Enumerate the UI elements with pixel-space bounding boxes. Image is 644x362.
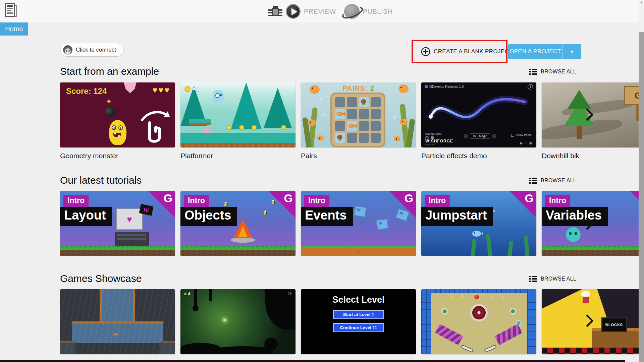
preview-label[interactable]: PREVIEW (304, 8, 336, 15)
coin-icon (184, 86, 191, 92)
card-platformer: ×3 Platformer (180, 82, 296, 160)
select-level-heading: Select Level (301, 295, 416, 305)
card-thumbnail-comet-combat[interactable]: Select Level Start at Level 1 Continue L… (301, 289, 416, 354)
bottom-window-edge (0, 360, 625, 362)
blocks-screen: BLOCKS (601, 317, 627, 332)
green-bumper (441, 308, 448, 315)
open-project-button[interactable]: OPEN A PROJECT ▼ (508, 44, 581, 59)
character-sprite (581, 291, 590, 297)
tab-home-label: Home (5, 25, 23, 33)
card-thumbnail-tutorial-jumpstart[interactable]: G Intro Jumpstart (421, 191, 536, 256)
connect-button[interactable]: Click to connect (60, 43, 124, 57)
scrollbar-thumb[interactable] (639, 32, 644, 362)
center-bumper (470, 304, 488, 321)
card-thumbnail-particle-effects[interactable]: GDevelop Particles 1.0 i Background ‹ 07… (421, 82, 536, 147)
avatar-icon (63, 45, 72, 55)
card-pinball: Pinball 2D (421, 289, 536, 362)
show-frame-checkbox: Show frame (511, 133, 532, 137)
gdevelop-logo: G (525, 192, 534, 205)
prev-arrow-icon: ‹ (464, 134, 468, 138)
particle-trail (421, 82, 536, 133)
editor-window: ♥ (116, 208, 143, 230)
card-particle-effects: GDevelop Particles 1.0 i Background ‹ 07… (421, 82, 536, 160)
card-geometry-monster: Score: 124 ♥♥♥ ✦ Geometry monster (60, 82, 175, 160)
pairs-counter: PAIRS: 2 (301, 84, 416, 93)
section-title-tutorials: Our latest tutorials (60, 175, 142, 186)
gdevelop-logo: G (405, 192, 413, 205)
intro-tag: Intro (63, 195, 89, 207)
scroll-up-arrow[interactable]: ▲ (639, 1, 644, 4)
list-icon (529, 69, 537, 75)
project-manager-icon[interactable] (5, 3, 18, 19)
card-thumbnail-oshi[interactable]: 4 ⟳ (180, 289, 296, 354)
gdevelop-logo: G (164, 192, 172, 205)
tutorial-name: Events (301, 207, 353, 226)
card-tutorial-jumpstart: G Intro Jumpstart (421, 191, 536, 256)
player-character (213, 90, 224, 103)
card-thumbnail-platformer[interactable]: ×3 (180, 82, 296, 147)
pentagon-shape (124, 82, 137, 93)
tutorials-next-chevron[interactable] (584, 216, 594, 232)
list-icon (529, 276, 537, 282)
top-bar: PREVIEW PUBLISH (0, 0, 644, 22)
browse-all-examples-button[interactable]: BROWSE ALL (529, 69, 576, 75)
card-title: Geometry monster (60, 152, 175, 160)
gdevelop-logo: G (284, 192, 293, 205)
card-thumbnail-pinball[interactable] (421, 289, 536, 354)
showcase-next-chevron[interactable] (584, 313, 594, 329)
tab-home[interactable]: Home (0, 22, 28, 36)
pinball-ball (474, 295, 479, 299)
publish-label[interactable]: PUBLISH (363, 8, 393, 15)
left-flipper (461, 345, 474, 353)
vertical-scrollbar[interactable]: ▲ (639, 0, 644, 362)
snail-tile (361, 99, 366, 104)
browse-all-showcase-button[interactable]: BROWSE ALL (529, 276, 576, 282)
main-toolbar: PREVIEW PUBLISH (268, 2, 393, 21)
intro-tag: Intro (545, 195, 570, 207)
card-thumbnail-tutorial-objects[interactable]: G Intro Objects (180, 191, 296, 256)
open-project-label[interactable]: OPEN A PROJECT (508, 44, 562, 59)
youtube-icon: ▶ (520, 141, 523, 145)
hearts-icons: ♥♥♥ (152, 85, 170, 95)
browse-all-tutorials-button[interactable]: BROWSE ALL (529, 178, 576, 184)
swipe-hand-icon (140, 108, 172, 145)
twitter-icon: t (526, 141, 527, 145)
card-thumbnail-tutorial-events[interactable]: G Intro Events (301, 191, 416, 256)
chevron-right-icon (584, 216, 594, 231)
list-icon (529, 178, 537, 184)
striped-lane (435, 324, 463, 345)
plus-circle-icon (421, 47, 430, 56)
gdevelop-home-page: PREVIEW PUBLISH Home Click to connect CR… (0, 0, 644, 362)
gdevelop-mini-logo (425, 85, 428, 88)
fish-sprite (472, 231, 481, 237)
chevron-right-icon (584, 107, 594, 122)
bomb-icon (105, 107, 115, 117)
open-project-dropdown[interactable]: ▼ (562, 44, 581, 59)
tutorial-name: Objects (180, 207, 237, 226)
preview-play-icon[interactable] (286, 4, 301, 19)
card-thumbnail-pairs[interactable]: PAIRS: 2 (301, 82, 416, 147)
card-thumbnail-lost-dog[interactable] (60, 289, 175, 354)
refresh-icon: ⟳ (288, 291, 292, 297)
card-thumbnail-geometry-monster[interactable]: Score: 124 ♥♥♥ ✦ (60, 82, 175, 147)
bee-sprite (224, 203, 228, 206)
intro-tag: Intro (304, 195, 329, 207)
card-title: Particle effects demo (421, 152, 536, 160)
gallery-icon: ▣ (529, 141, 532, 145)
score-text: Score: 124 (66, 86, 107, 96)
examples-next-chevron[interactable] (584, 107, 594, 123)
section-title-examples: Start from an example (60, 66, 159, 77)
tutorial-name: Variables (542, 207, 608, 226)
intro-tag: Intro (184, 195, 209, 207)
create-blank-project-button[interactable]: CREATE A BLANK PROJECT (418, 44, 516, 59)
showcase-card-row: The Lost Dog's Frienship 4 ⟳ Oshi's Jour… (60, 289, 639, 362)
tutorials-card-row: G ♥ Hi Intro Layout G Intro O (60, 191, 639, 256)
connect-label: Click to connect (76, 47, 116, 53)
examples-card-row: Score: 124 ♥♥♥ ✦ Geometry monster (60, 82, 639, 160)
card-thumbnail-tutorial-layout[interactable]: G ♥ Hi Intro Layout (60, 191, 175, 256)
checkered-floor (542, 348, 639, 354)
tutorial-name: Layout (60, 207, 112, 226)
debugger-icon[interactable] (268, 4, 282, 19)
publish-planet-icon[interactable] (344, 4, 360, 19)
tutorial-name: Jumpstart (421, 207, 493, 226)
